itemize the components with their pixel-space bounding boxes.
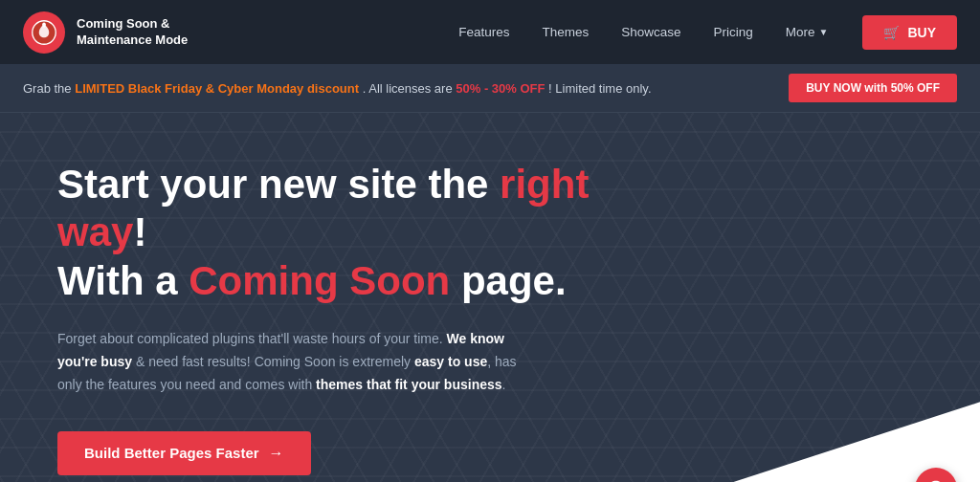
hero-cta-button[interactable]: Build Better Pages Faster → — [57, 431, 311, 475]
announcement-link[interactable]: LIMITED Black Friday & Cyber Monday disc… — [75, 81, 359, 96]
more-chevron-icon: ▼ — [819, 27, 829, 37]
nav-link-pricing[interactable]: Pricing — [701, 17, 767, 47]
nav-link-themes[interactable]: Themes — [528, 17, 602, 47]
buy-button[interactable]: 🛒 BUY — [862, 15, 957, 50]
announcement-text: Grab the LIMITED Black Friday & Cyber Mo… — [23, 81, 652, 96]
hero-section: Start your new site the right way! With … — [0, 113, 980, 482]
nav-link-features[interactable]: Features — [445, 17, 523, 47]
announcement-bar: Grab the LIMITED Black Friday & Cyber Mo… — [0, 64, 980, 113]
nav-link-showcase[interactable]: Showcase — [608, 17, 694, 47]
announcement-cta-button[interactable]: BUY NOW with 50% OFF — [789, 74, 957, 102]
hero-content: Start your new site the right way! With … — [57, 161, 593, 475]
hero-title: Start your new site the right way! With … — [57, 161, 593, 305]
nav-link-more[interactable]: More ▼ — [772, 17, 842, 47]
navbar: Coming Soon & Maintenance Mode Features … — [0, 0, 980, 64]
nav-links: Features Themes Showcase Pricing More ▼ … — [445, 15, 957, 50]
discount-badge: 50% - 30% OFF — [456, 81, 545, 96]
hero-subtitle: Forget about complicated plugins that'll… — [57, 328, 517, 396]
brand-logo — [23, 11, 65, 54]
cart-icon: 🛒 — [883, 25, 900, 40]
cta-arrow-icon: → — [269, 445, 284, 462]
brand-title: Coming Soon & Maintenance Mode — [77, 16, 188, 49]
svg-rect-1 — [42, 22, 46, 27]
nav-brand: Coming Soon & Maintenance Mode — [23, 11, 188, 54]
